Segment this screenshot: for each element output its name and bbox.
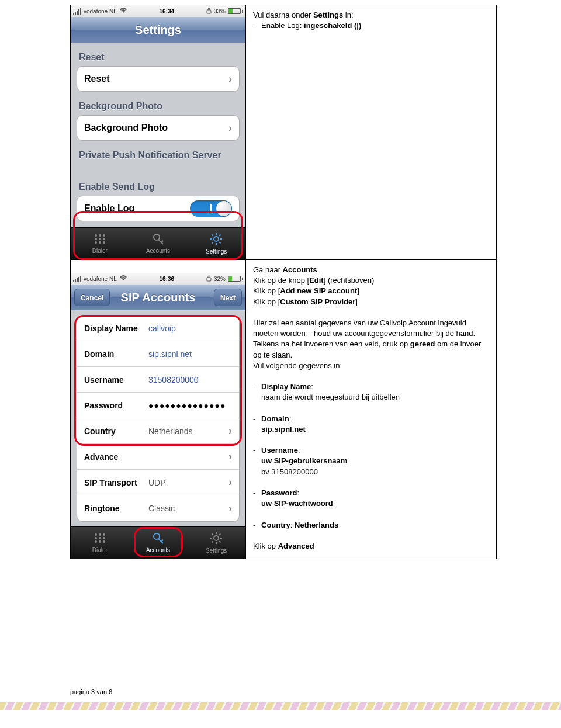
label: Ringtone <box>84 504 148 513</box>
line-ga: Ga naar Accounts. <box>253 265 490 275</box>
tab-accounts[interactable]: Accounts <box>129 527 188 559</box>
row-domain[interactable]: Domain sip.sipnl.net <box>77 341 239 367</box>
row-password[interactable]: Password ●●●●●●●●●●●●●● <box>77 393 239 418</box>
carrier-label: vodafone NL <box>84 276 117 282</box>
svg-line-16 <box>212 235 213 236</box>
svg-point-27 <box>95 540 97 543</box>
navbar: Cancel SIP Accounts Next <box>71 285 245 310</box>
tab-settings-label: Settings <box>206 547 227 554</box>
t: Add new SIP account <box>280 286 357 295</box>
svg-point-6 <box>103 238 105 240</box>
svg-point-22 <box>99 533 101 536</box>
dialer-icon <box>94 532 106 546</box>
page-footer: pagina 3 van 6 <box>70 688 112 695</box>
t: Vul daarna onder <box>253 11 313 19</box>
battery-pct: 33% <box>214 8 226 15</box>
footer-stripe <box>0 702 561 710</box>
t: Ga naar <box>253 265 283 274</box>
dash-icon: - <box>253 445 261 477</box>
cell-reset[interactable]: Reset › <box>77 66 240 92</box>
tab-dialer-label: Dialer <box>92 248 108 254</box>
cancel-button[interactable]: Cancel <box>74 289 110 306</box>
dash-icon: - <box>253 520 261 531</box>
value: callvoip <box>148 324 176 333</box>
tab-settings-label: Settings <box>206 248 227 255</box>
t: Password <box>261 488 297 497</box>
cell-reset-label: Reset <box>84 74 110 84</box>
svg-point-7 <box>95 241 97 244</box>
svg-point-9 <box>103 241 105 244</box>
svg-line-19 <box>212 242 213 243</box>
t: Klik op de knop [ <box>253 276 309 285</box>
cell-bgphoto[interactable]: Background Photo › <box>77 115 240 141</box>
svg-point-29 <box>103 540 105 543</box>
page-content: vodafone NL 16:34 33% Settings Reset Res… <box>0 0 561 559</box>
dash-icon: - <box>253 382 261 403</box>
t: naam die wordt meegestuurd bij uitbellen <box>261 393 400 401</box>
svg-point-26 <box>103 537 105 539</box>
label: Password <box>84 401 148 410</box>
battery-icon <box>228 276 243 282</box>
tab-settings[interactable]: Settings <box>187 527 245 559</box>
clock-label: 16:36 <box>130 276 204 282</box>
tab-dialer[interactable]: Dialer <box>71 527 129 559</box>
t: Username <box>261 446 298 455</box>
dialer-icon <box>94 233 106 247</box>
svg-line-18 <box>219 235 220 236</box>
t: Klik op [ <box>253 286 280 295</box>
value: Classic <box>148 504 175 513</box>
group-header-push: Private Push Notification Server <box>71 141 245 164</box>
cell-enable-log[interactable]: Enable Log <box>77 196 240 221</box>
label: SIP Transport <box>84 478 148 487</box>
dash-icon: - <box>253 488 261 509</box>
battery-icon <box>228 8 243 14</box>
chevron-right-icon: › <box>228 425 232 437</box>
row-display-name[interactable]: Display Name callvoip <box>77 316 239 341</box>
value: 31508200000 <box>148 375 199 384</box>
chevron-right-icon: › <box>228 502 232 515</box>
t: sip.sipnl.net <box>261 425 306 434</box>
tab-dialer-label: Dialer <box>92 547 108 553</box>
bullet-domain: - Domain: sip.sipnl.net <box>253 414 490 435</box>
value: sip.sipnl.net <box>148 349 192 359</box>
next-button[interactable]: Next <box>214 289 242 306</box>
toggle-on-icon[interactable] <box>190 200 232 217</box>
t: bv 31508200000 <box>261 467 318 476</box>
battery-pct: 32% <box>214 276 226 282</box>
svg-point-31 <box>214 536 219 540</box>
row-ringtone[interactable]: Ringtone Classic › <box>77 495 239 521</box>
instr1-bullet: - Enable Log: ingeschakeld (|) <box>253 20 490 31</box>
chevron-right-icon: › <box>228 450 232 463</box>
row-country[interactable]: Country Netherlands › <box>77 418 239 444</box>
tab-accounts[interactable]: Accounts <box>129 228 188 259</box>
row-username[interactable]: Username 31508200000 <box>77 367 239 393</box>
svg-point-1 <box>95 234 97 237</box>
tab-bar: Dialer Accounts Settings <box>71 227 245 259</box>
instructions-row1: Vul daarna onder Settings in: - Enable L… <box>246 5 497 260</box>
cell-enable-log-label: Enable Log <box>84 203 134 214</box>
svg-line-37 <box>219 541 220 542</box>
row-sip-transport[interactable]: SIP Transport UDP › <box>77 470 239 495</box>
label: Advance <box>84 452 148 462</box>
instr1-line1: Vul daarna onder Settings in: <box>253 10 490 20</box>
svg-point-5 <box>99 238 101 240</box>
t: Klik op <box>253 542 278 550</box>
tab-dialer[interactable]: Dialer <box>71 228 129 259</box>
signal-bars-icon <box>73 276 81 282</box>
group-header-reset: Reset <box>71 43 245 66</box>
bullet-password: - Password: uw SIP-wachtwoord <box>253 488 490 509</box>
svg-point-24 <box>95 537 97 539</box>
row-advance[interactable]: Advance › <box>77 444 239 470</box>
tab-settings[interactable]: Settings <box>187 228 245 259</box>
svg-point-11 <box>214 237 219 241</box>
group-header-enablelog: Enable Send Log <box>71 164 245 196</box>
tab-accounts-label: Accounts <box>146 547 170 553</box>
t: gereed <box>410 339 435 348</box>
t: Settings <box>313 11 343 19</box>
line-klik1: Klik op de knop [Edit] (rechtsboven) <box>253 275 490 286</box>
chevron-right-icon: › <box>228 73 232 85</box>
t: Custom SIP Provider <box>280 297 355 306</box>
svg-point-25 <box>99 537 101 539</box>
t: Accounts <box>283 265 317 274</box>
t: uw SIP-wachtwoord <box>261 499 333 508</box>
